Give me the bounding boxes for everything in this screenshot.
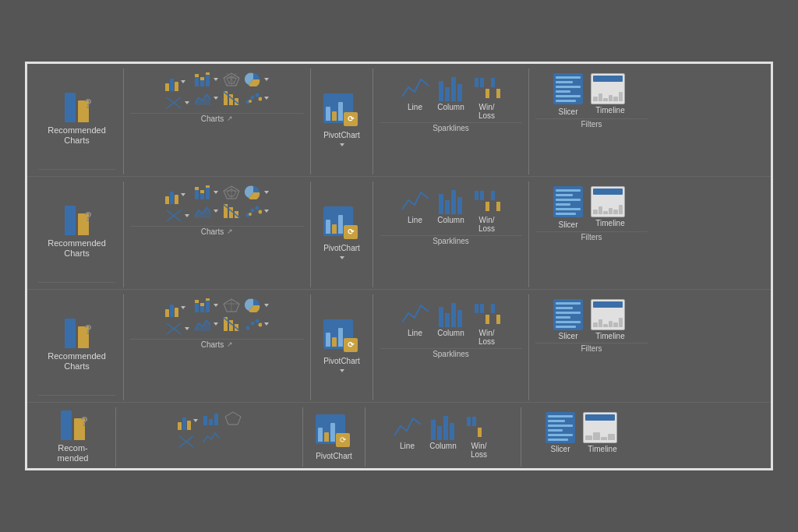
svg-point-90	[259, 322, 263, 326]
recommended-charts-icon: ?	[65, 93, 89, 122]
chart-bar-col-btn[interactable]	[163, 72, 188, 92]
charts-col-3-3	[221, 298, 242, 332]
charts-col-3-2	[192, 298, 221, 332]
sparkline-line-btn-4[interactable]: Line	[393, 412, 422, 450]
pivotchart-content-3: ⟳ PivotChart	[323, 298, 361, 397]
timeline-btn[interactable]: Timeline	[591, 73, 630, 115]
filters-content-2: Slicer	[546, 181, 637, 229]
bar-blue-icon	[65, 93, 76, 122]
bar-blue-icon-4	[61, 410, 72, 440]
slicer-btn[interactable]: Slicer	[553, 73, 583, 116]
slicer-btn-3[interactable]: Slicer	[553, 299, 583, 340]
sparkline-column-label-4: Column	[429, 442, 456, 450]
chart-area-btn-4[interactable]	[200, 429, 222, 445]
ribbon-row-1: ? Recommended Charts	[27, 64, 771, 177]
chart-dot-btn-2[interactable]	[242, 203, 271, 219]
sparkline-winloss-icon-3	[472, 299, 502, 327]
pivotchart-label-2[interactable]: PivotChart	[323, 244, 360, 262]
recommended-charts-content-4: ? Recom-mended	[58, 410, 89, 463]
sparkline-winloss-icon-2	[472, 186, 502, 214]
chart-radar-btn[interactable]	[221, 72, 242, 87]
chart-dot2-btn-3[interactable]	[242, 316, 271, 332]
chart-trend-btn-2[interactable]	[221, 203, 242, 219]
chart-scatter-btn-3[interactable]	[163, 321, 192, 336]
sparkline-column-btn-4[interactable]: Column	[429, 412, 458, 450]
timeline-top-bar-2	[593, 188, 623, 195]
chart-scatter-btn-4[interactable]	[175, 434, 197, 449]
question-icon-3: ?	[84, 323, 92, 337]
chart-area-btn[interactable]	[192, 90, 221, 106]
timeline-btn-2[interactable]: Timeline	[591, 186, 630, 227]
sparklines-content-4: Line Column	[387, 407, 500, 459]
svg-rect-74	[200, 306, 204, 312]
dropdown-arrow-4	[214, 97, 218, 100]
ribbon-row-3: ? Recommended Charts	[27, 290, 771, 403]
chart-pie-btn-2[interactable]	[242, 185, 271, 200]
svg-rect-27	[439, 81, 443, 101]
sparkline-winloss-btn-3[interactable]: Win/Loss	[472, 299, 502, 346]
chart-bar-col-btn-2[interactable]	[163, 185, 188, 205]
sparkline-line-btn-3[interactable]: Line	[401, 299, 430, 337]
dropdown-arrow-3-2	[185, 327, 189, 330]
chart-radar-btn-2[interactable]	[221, 185, 242, 200]
chart-stacked-btn-3[interactable]	[192, 298, 221, 313]
chart-pie2-btn-3[interactable]	[242, 298, 271, 313]
dropdown-arrow-2-3	[214, 191, 218, 194]
chart-area2-btn-3[interactable]	[192, 316, 221, 332]
svg-rect-70	[496, 202, 500, 211]
pivotchart-label-4[interactable]: PivotChart	[316, 452, 352, 460]
chart-trend-btn[interactable]	[221, 90, 242, 106]
recommended-charts-icon-3: ?	[65, 319, 89, 348]
chart-trend2-btn-3[interactable]	[221, 316, 242, 332]
pivotchart-label-3[interactable]: PivotChart	[323, 357, 360, 375]
recommended-charts-label-4[interactable]: Recom-mended	[58, 443, 89, 463]
sparkline-winloss-btn[interactable]: Win/Loss	[472, 73, 502, 120]
chart-line-btn[interactable]	[192, 72, 221, 87]
chart-bar-col-btn-3[interactable]	[163, 298, 188, 318]
recommended-charts-content-3: ? Recommended Charts	[38, 298, 115, 393]
chart-pie-btn[interactable]	[242, 72, 271, 87]
slicer-btn-2[interactable]: Slicer	[553, 186, 583, 229]
radar-icon-4	[224, 411, 242, 425]
svg-rect-73	[195, 303, 199, 312]
dropdown-arrow-1	[181, 80, 185, 83]
sparkline-column-btn-2[interactable]: Column	[436, 186, 466, 224]
chart-stacked-btn-4[interactable]	[200, 410, 222, 426]
sparkline-column-btn[interactable]: Column	[436, 73, 466, 111]
svg-point-23	[259, 97, 263, 100]
chart-scatter-btn-2[interactable]	[163, 208, 192, 224]
slicer-btn-4[interactable]: Slicer	[546, 412, 575, 453]
chart-bar-col-btn-4[interactable]	[175, 410, 200, 431]
sparkline-line-btn[interactable]: Line	[401, 73, 430, 111]
sparkline-winloss-btn-2[interactable]: Win/Loss	[472, 186, 502, 233]
sparkline-winloss-btn-4[interactable]: Win/Loss	[464, 412, 494, 459]
chart-scatter-btn[interactable]	[163, 95, 192, 111]
chart-area-btn-2[interactable]	[192, 203, 221, 219]
pivot-overlay-2: ⟳	[344, 225, 358, 239]
svg-rect-76	[195, 300, 199, 303]
charts-expand-btn[interactable]: ↗	[227, 115, 233, 122]
recommended-charts-label[interactable]: Recommended Charts	[38, 125, 115, 146]
filters-section-4: Slicer Time	[521, 407, 646, 467]
chart-radar2-btn-3[interactable]	[221, 298, 242, 313]
timeline-btn-4[interactable]: Timeline	[583, 412, 622, 453]
sparkline-line-btn-2[interactable]: Line	[401, 186, 430, 224]
pivotchart-label[interactable]: PivotChart	[323, 131, 360, 150]
chart-dot-btn[interactable]	[242, 90, 271, 106]
filters-section-bottom: Filters	[535, 118, 648, 129]
timeline-icon-wrap-2	[591, 186, 630, 217]
recommended-charts-label-2[interactable]: Recommended Charts	[38, 238, 115, 259]
svg-rect-78	[206, 298, 210, 301]
charts-col-2-3	[221, 185, 242, 219]
sparkline-column-icon-2	[436, 186, 466, 214]
charts-expand-btn-2[interactable]: ↗	[227, 227, 233, 235]
svg-rect-41	[206, 188, 210, 199]
svg-rect-66	[475, 191, 478, 200]
chart-radar-btn-4[interactable]	[222, 410, 244, 426]
charts-expand-btn-3[interactable]: ↗	[227, 340, 233, 348]
recommended-charts-label-3[interactable]: Recommended Charts	[38, 351, 115, 372]
charts-label-2: Charts	[201, 227, 224, 236]
chart-line-btn-2[interactable]	[192, 185, 221, 200]
sparkline-column-btn-3[interactable]: Column	[436, 299, 466, 337]
timeline-btn-3[interactable]: Timeline	[591, 299, 630, 340]
